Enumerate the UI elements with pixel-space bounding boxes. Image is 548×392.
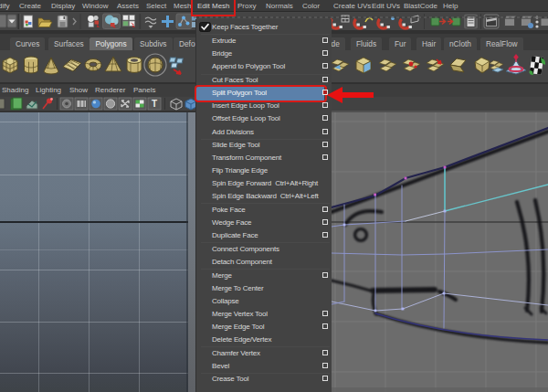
svg-text:T: T: [152, 99, 157, 109]
